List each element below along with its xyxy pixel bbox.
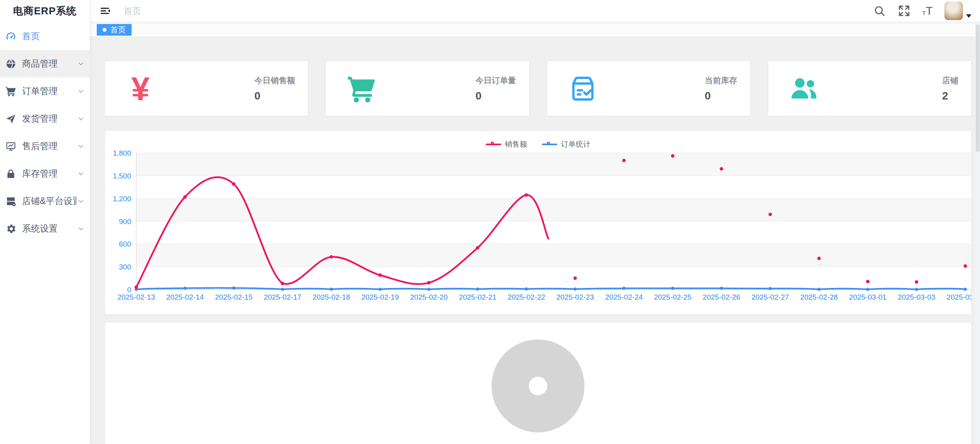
svg-text:2025-02-18: 2025-02-18 xyxy=(312,293,350,301)
stat-card-meta: 今日订单量0 xyxy=(476,75,516,102)
cart-icon xyxy=(342,69,381,108)
sidebar-item-home[interactable]: 首页 xyxy=(0,22,90,50)
stat-card-value: 0 xyxy=(705,90,737,102)
tab-label: 首页 xyxy=(110,25,126,35)
legend-marker xyxy=(542,144,557,145)
legend-label: 销售额 xyxy=(505,139,527,149)
svg-text:2025-03-01: 2025-03-01 xyxy=(849,293,886,301)
sidebar-item-system-settings[interactable]: 系统设置 xyxy=(0,215,90,242)
box-check-icon xyxy=(564,69,602,108)
stat-card-inventory: 当前库存0 xyxy=(547,61,750,116)
svg-text:2025-03-03: 2025-03-03 xyxy=(898,293,935,301)
donut-chart-placeholder xyxy=(492,339,584,432)
stat-card-today-sales: ¥今日销售额0 xyxy=(105,61,308,116)
donut-chart-panel xyxy=(105,322,971,444)
svg-text:2025-02-25: 2025-02-25 xyxy=(654,293,691,301)
svg-text:2025-02-17: 2025-02-17 xyxy=(264,293,301,301)
dashboard-icon xyxy=(5,31,17,42)
chevron-down-icon xyxy=(77,170,85,178)
stat-card-value: 0 xyxy=(254,90,295,102)
tab-home[interactable]: 首页 xyxy=(97,24,132,36)
svg-text:300: 300 xyxy=(119,263,131,271)
svg-text:2025-02-24: 2025-02-24 xyxy=(605,293,643,301)
sidebar-menu: 首页商品管理订单管理发货管理售后管理库存管理店铺&平台设置系统设置 xyxy=(0,22,90,242)
topbar-actions: тT xyxy=(873,2,980,20)
chevron-down-icon xyxy=(77,87,85,96)
fullscreen-icon[interactable] xyxy=(898,4,911,17)
tab-bar: 首页 xyxy=(90,22,980,37)
stat-card-label: 今日订单量 xyxy=(476,75,516,86)
breadcrumb[interactable]: 首页 xyxy=(123,5,141,17)
chevron-down-icon xyxy=(77,60,85,68)
sidebar-item-label: 系统设置 xyxy=(22,223,58,235)
svg-text:1,800: 1,800 xyxy=(113,149,131,157)
svg-text:2025-02-14: 2025-02-14 xyxy=(166,293,204,301)
topbar: 首页 тT xyxy=(90,0,980,22)
user-avatar[interactable] xyxy=(944,2,963,20)
stat-cards-row: ¥今日销售额0今日订单量0当前库存0店铺2 xyxy=(105,61,971,116)
svg-text:2025-02-15: 2025-02-15 xyxy=(215,293,252,301)
stat-card-value: 2 xyxy=(942,90,958,102)
monitor-check-icon xyxy=(5,141,17,152)
send-icon xyxy=(5,113,17,125)
legend-marker xyxy=(486,144,501,145)
sidebar: 电商ERP系统 首页商品管理订单管理发货管理售后管理库存管理店铺&平台设置系统设… xyxy=(0,0,90,444)
yen-icon: ¥ xyxy=(121,69,160,108)
chevron-down-icon xyxy=(966,14,971,18)
sidebar-item-shipping[interactable]: 发货管理 xyxy=(0,105,90,132)
svg-text:2025-02-28: 2025-02-28 xyxy=(800,293,838,301)
stat-card-shops: 店铺2 xyxy=(768,61,971,116)
svg-text:2025-02-27: 2025-02-27 xyxy=(751,293,789,301)
svg-text:1,200: 1,200 xyxy=(113,195,131,203)
svg-text:2025-02-23: 2025-02-23 xyxy=(556,293,594,301)
svg-text:2025-02-13: 2025-02-13 xyxy=(117,293,155,301)
svg-text:2025-02-22: 2025-02-22 xyxy=(507,293,545,301)
sidebar-item-label: 订单管理 xyxy=(22,85,58,97)
sidebar-item-shop-settings[interactable]: 店铺&平台设置 xyxy=(0,187,90,215)
legend-item-orders[interactable]: 订单统计 xyxy=(542,139,591,149)
users-icon xyxy=(785,69,823,108)
stat-card-value: 0 xyxy=(476,90,516,102)
font-size-icon[interactable]: тT xyxy=(922,5,933,17)
sidebar-item-label: 库存管理 xyxy=(22,168,58,180)
legend-label: 订单统计 xyxy=(561,139,591,149)
cart-icon xyxy=(5,86,17,97)
app-title: 电商ERP系统 xyxy=(0,0,90,22)
svg-text:1,500: 1,500 xyxy=(113,172,131,180)
gear-icon xyxy=(5,223,17,235)
sidebar-item-label: 店铺&平台设置 xyxy=(22,195,77,207)
sidebar-item-inventory[interactable]: 库存管理 xyxy=(0,160,90,187)
main-content: ¥今日销售额0今日订单量0当前库存0店铺2 销售额订单统计 0300600900… xyxy=(90,37,980,444)
stat-card-meta: 今日销售额0 xyxy=(254,75,295,102)
shop-settings-icon xyxy=(5,195,17,207)
chart-legend: 销售额订单统计 xyxy=(105,139,971,149)
sidebar-item-label: 首页 xyxy=(22,30,40,42)
stat-card-label: 今日销售额 xyxy=(254,75,295,86)
chevron-down-icon xyxy=(77,197,85,206)
svg-text:600: 600 xyxy=(119,240,131,248)
sidebar-item-aftersale[interactable]: 售后管理 xyxy=(0,132,90,160)
svg-text:2025-03-04: 2025-03-04 xyxy=(946,293,971,301)
sidebar-item-order[interactable]: 订单管理 xyxy=(0,77,90,105)
search-icon[interactable] xyxy=(873,4,886,17)
sidebar-item-label: 售后管理 xyxy=(22,140,58,152)
sidebar-item-label: 发货管理 xyxy=(22,113,58,125)
user-menu[interactable] xyxy=(944,2,971,20)
sales-line-chart: 03006009001,2001,5001,8002025-02-132025-… xyxy=(105,131,971,314)
chevron-down-icon xyxy=(77,115,85,123)
globe-icon xyxy=(5,58,17,70)
donut-hole xyxy=(529,377,547,395)
collapse-menu-icon[interactable] xyxy=(97,3,113,19)
stat-card-meta: 当前库存0 xyxy=(705,75,737,102)
svg-text:2025-02-26: 2025-02-26 xyxy=(702,293,740,301)
stat-card-today-orders: 今日订单量0 xyxy=(326,61,529,116)
svg-text:2025-02-21: 2025-02-21 xyxy=(459,293,496,301)
svg-text:0: 0 xyxy=(127,286,131,294)
lock-icon xyxy=(5,168,17,180)
vertical-scrollbar[interactable] xyxy=(975,22,980,444)
svg-text:2025-02-19: 2025-02-19 xyxy=(361,293,399,301)
stat-card-label: 店铺 xyxy=(942,75,958,86)
sidebar-item-product[interactable]: 商品管理 xyxy=(0,50,90,77)
legend-item-sales[interactable]: 销售额 xyxy=(486,139,527,149)
scrollbar-thumb[interactable] xyxy=(976,24,980,152)
